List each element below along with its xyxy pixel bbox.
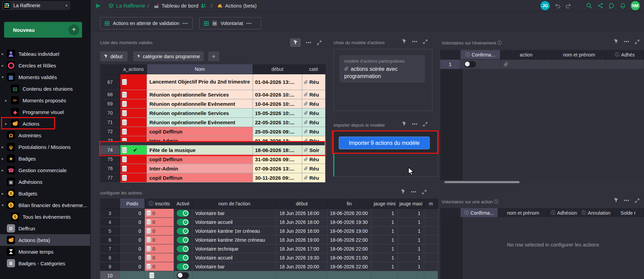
- categorie-cell[interactable]: Réu: [302, 164, 325, 173]
- table-row[interactable]: 900Volontaire bar18 Jun 2026 20:0018-06-…: [100, 262, 438, 271]
- table-row[interactable]: 10: [100, 271, 438, 279]
- column-header-rownum[interactable]: [100, 64, 120, 74]
- action-name-cell[interactable]: Volontaire accueil: [192, 218, 277, 227]
- debut-cell[interactable]: 07-09-2026 13:...: [253, 164, 302, 173]
- filter-icon[interactable]: [401, 189, 406, 194]
- table-row[interactable]: 74✔Fête de la musique18-06-2026 18:...So…: [100, 145, 326, 155]
- chevron-right-icon[interactable]: ▸: [2, 52, 4, 56]
- action-name-cell[interactable]: Volontaire bar: [192, 262, 277, 271]
- a-actions-cell[interactable]: [120, 74, 147, 90]
- active-cell[interactable]: [174, 253, 192, 262]
- sidebar-item-actions[interactable]: ▸Actions: [0, 118, 90, 129]
- column-header-action[interactable]: action: [500, 50, 552, 60]
- share-icon[interactable]: [597, 2, 604, 9]
- add-filter-button[interactable]: +: [208, 51, 219, 61]
- column-header-Adhés[interactable]: ⓘAdhés: [606, 50, 644, 60]
- sidebar-item-moments-valid-s[interactable]: ▾▦Moments validés: [0, 71, 90, 83]
- fin-cell[interactable]: 18-06-2026 22:00: [327, 244, 372, 253]
- table-row[interactable]: 700Volontaire technique18 Jun 2026 17:00…: [100, 244, 438, 253]
- menu-dots-icon[interactable]: •••: [412, 39, 418, 44]
- column-header-Nom[interactable]: Nom: [147, 64, 253, 74]
- cell-action[interactable]: [500, 60, 552, 69]
- menu-dots-icon[interactable]: •••: [624, 198, 630, 203]
- active-cell[interactable]: [174, 209, 192, 218]
- toggle-on[interactable]: [177, 228, 189, 234]
- clipped-cell[interactable]: [424, 244, 438, 253]
- chevron-down-icon[interactable]: ▾: [2, 75, 4, 79]
- expand-icon[interactable]: [317, 40, 322, 45]
- jauge-mini-cell[interactable]: 1: [372, 227, 398, 236]
- column-header-Solde r[interactable]: Solde r: [613, 208, 644, 218]
- column-header-nom de l'action[interactable]: nom de l'action: [192, 199, 277, 209]
- horizontal-scrollbar[interactable]: [444, 181, 520, 183]
- sidebar-item-badges-cat-gories[interactable]: BBadges - Catégories: [0, 257, 90, 269]
- jauge-maxi-cell[interactable]: 1: [398, 262, 424, 271]
- chevron-right-icon[interactable]: ▸: [5, 122, 7, 126]
- avatar[interactable]: JG: [540, 1, 550, 10]
- row-number[interactable]: 5: [100, 227, 120, 236]
- sidebar-item-astreintes[interactable]: ΩAstreintes: [0, 129, 90, 141]
- column-header-Confirma...[interactable]: ⓘConfirma...: [460, 50, 500, 60]
- table-row[interactable]: 70Réunion opérationnelle Services15-05-2…: [100, 109, 326, 118]
- column-header-début[interactable]: début: [277, 199, 327, 209]
- cell-Confirma...[interactable]: [460, 60, 500, 69]
- column-header-Adhésion[interactable]: ⓘAdhésion: [548, 208, 580, 218]
- poids-cell[interactable]: 0: [120, 227, 145, 236]
- table-row[interactable]: 400Volontaire accueil18 Jun 2026 18:0018…: [100, 218, 438, 227]
- expand-icon[interactable]: [635, 39, 640, 44]
- debut-cell[interactable]: 18 Jun 2026 18:00: [277, 218, 327, 227]
- debut-cell[interactable]: 18 Jun 2026 18:00: [277, 209, 327, 218]
- action-name-cell[interactable]: Volontaire kantine 2ème créneau: [192, 236, 277, 244]
- a-actions-cell[interactable]: [120, 118, 147, 127]
- jauge-mini-cell[interactable]: [372, 271, 398, 279]
- toggle-on[interactable]: [177, 245, 189, 252]
- chat-icon[interactable]: [608, 2, 615, 9]
- page-tab-actions-en-attente-de-validation[interactable]: Actions en attente de validation•••: [100, 17, 193, 29]
- breadcrumb-item[interactable]: Tableau de bord: [162, 3, 199, 9]
- toggle-on[interactable]: [177, 210, 189, 217]
- toggle-on[interactable]: [177, 263, 189, 270]
- table-row[interactable]: 71Réunion opérationnelle Evènement22-05-…: [100, 118, 326, 127]
- poids-cell[interactable]: 0: [120, 209, 145, 218]
- poids-cell[interactable]: 0: [120, 244, 145, 253]
- filter-icon[interactable]: [402, 39, 407, 44]
- menu-dots-icon[interactable]: •••: [183, 21, 188, 26]
- page-tab-volontariat[interactable]: ▤Volontariat•••: [199, 17, 261, 29]
- jauge-maxi-cell[interactable]: 1: [398, 227, 424, 236]
- active-cell[interactable]: [174, 227, 192, 236]
- toggle-on[interactable]: [177, 237, 189, 243]
- column-header-jauge mini[interactable]: jauge mini: [372, 199, 398, 209]
- sidebar-item-tous-les-v-nements[interactable]: $Tous les évènements: [0, 211, 90, 223]
- a-actions-cell[interactable]: ✔: [120, 145, 147, 155]
- jauge-mini-cell[interactable]: 1: [372, 262, 398, 271]
- column-header-nom et prénom[interactable]: nom et prénom: [498, 208, 548, 218]
- debut-cell[interactable]: 10-04-2026 10:...: [253, 99, 302, 109]
- a-actions-cell[interactable]: [120, 109, 147, 118]
- row-number[interactable]: 8: [100, 253, 120, 262]
- sidebar-item-tableau-individuel[interactable]: ▸Tableau individuel: [0, 48, 90, 60]
- table-row[interactable]: 76Inter-Admin07-09-2026 13:...Réu: [100, 164, 326, 173]
- chevron-down-icon[interactable]: ▾: [2, 203, 4, 207]
- poids-cell[interactable]: [120, 271, 145, 279]
- inscrits-cell[interactable]: 0: [145, 236, 174, 244]
- breadcrumb-item[interactable]: La Raffinerie: [116, 3, 145, 9]
- cell-Adhés[interactable]: [606, 60, 644, 69]
- poids-cell[interactable]: 0: [120, 218, 145, 227]
- categorie-cell[interactable]: Réu: [302, 109, 325, 118]
- clipped-cell[interactable]: [424, 218, 438, 227]
- sidebar-item-contenu-des-r-unions[interactable]: ▤Contenu des réunions: [0, 83, 90, 94]
- cell-rownum[interactable]: 1: [440, 60, 460, 69]
- table-row[interactable]: 75copil Deffirun31-08-2026 09:...Réu: [100, 155, 326, 164]
- expand-icon[interactable]: [422, 190, 427, 194]
- chevron-right-icon[interactable]: ▸: [5, 98, 7, 103]
- filter-icon[interactable]: [614, 198, 619, 203]
- debut-cell[interactable]: 18 Jun 2026 19:30: [277, 253, 327, 262]
- expand-icon[interactable]: [423, 122, 428, 127]
- inscrits-cell[interactable]: 0: [145, 209, 174, 218]
- inscrits-cell[interactable]: 0: [145, 218, 174, 227]
- jauge-mini-cell[interactable]: 1: [372, 209, 398, 218]
- column-header-jauge maxi[interactable]: jauge maxi: [398, 199, 424, 209]
- nom-cell[interactable]: copil Deffirun: [147, 155, 253, 164]
- action-name-cell[interactable]: Volontaire kantine 1er créneau: [192, 227, 277, 236]
- expand-icon[interactable]: [635, 198, 640, 203]
